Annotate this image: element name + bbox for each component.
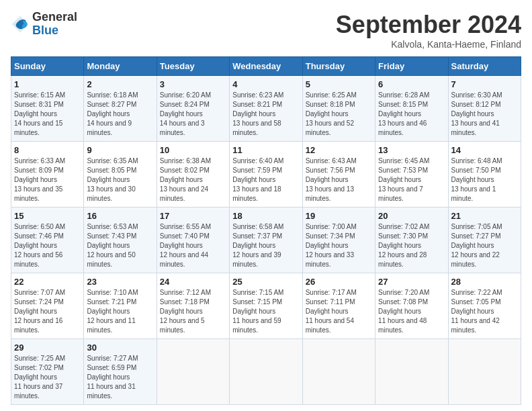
day-info: Sunrise: 6:20 AM Sunset: 8:24 PM Dayligh…: [160, 91, 226, 138]
day-info: Sunrise: 6:40 AM Sunset: 7:59 PM Dayligh…: [232, 156, 299, 203]
day-info: Sunrise: 7:00 AM Sunset: 7:34 PM Dayligh…: [306, 222, 372, 269]
day-number: 21: [451, 211, 518, 221]
table-row: 23 Sunrise: 7:10 AM Sunset: 7:21 PM Dayl…: [84, 273, 157, 339]
table-row: [375, 339, 448, 405]
day-info: Sunrise: 7:07 AM Sunset: 7:24 PM Dayligh…: [14, 288, 81, 335]
table-row: 18 Sunrise: 6:58 AM Sunset: 7:37 PM Dayl…: [230, 208, 302, 273]
table-row: 19 Sunrise: 7:00 AM Sunset: 7:34 PM Dayl…: [302, 208, 375, 273]
day-number: 6: [378, 79, 445, 89]
table-row: 20 Sunrise: 7:02 AM Sunset: 7:30 PM Dayl…: [375, 208, 448, 273]
day-number: 18: [232, 211, 299, 221]
page-header: General Blue September 2024 Kalvola, Kan…: [11, 11, 521, 50]
calendar-week-row: 22 Sunrise: 7:07 AM Sunset: 7:24 PM Dayl…: [11, 273, 521, 339]
table-row: 6 Sunrise: 6:28 AM Sunset: 8:15 PM Dayli…: [375, 76, 448, 142]
day-info: Sunrise: 7:25 AM Sunset: 7:02 PM Dayligh…: [14, 354, 81, 401]
day-info: Sunrise: 6:35 AM Sunset: 8:05 PM Dayligh…: [87, 156, 153, 203]
day-info: Sunrise: 6:28 AM Sunset: 8:15 PM Dayligh…: [378, 91, 445, 138]
table-row: 16 Sunrise: 6:53 AM Sunset: 7:43 PM Dayl…: [84, 208, 157, 273]
day-info: Sunrise: 6:48 AM Sunset: 7:50 PM Dayligh…: [451, 156, 518, 203]
logo-blue-text: Blue: [32, 24, 77, 38]
day-number: 2: [87, 79, 153, 89]
day-number: 8: [14, 145, 81, 155]
calendar-week-row: 15 Sunrise: 6:50 AM Sunset: 7:46 PM Dayl…: [11, 208, 521, 273]
day-info: Sunrise: 6:38 AM Sunset: 8:02 PM Dayligh…: [160, 156, 226, 203]
table-row: [230, 339, 302, 405]
day-info: Sunrise: 7:27 AM Sunset: 6:59 PM Dayligh…: [87, 354, 153, 401]
day-number: 30: [87, 342, 153, 353]
table-row: 1 Sunrise: 6:15 AM Sunset: 8:31 PM Dayli…: [11, 76, 84, 142]
day-info: Sunrise: 6:50 AM Sunset: 7:46 PM Dayligh…: [14, 222, 81, 269]
day-info: Sunrise: 7:05 AM Sunset: 7:27 PM Dayligh…: [451, 222, 518, 269]
day-number: 19: [306, 211, 372, 221]
col-wednesday: Wednesday: [230, 57, 302, 76]
day-number: 15: [14, 211, 81, 221]
table-row: [157, 339, 229, 405]
day-number: 5: [306, 79, 372, 89]
day-number: 28: [451, 277, 518, 287]
day-number: 10: [160, 145, 226, 155]
table-row: 8 Sunrise: 6:33 AM Sunset: 8:09 PM Dayli…: [11, 142, 84, 208]
logo-icon: [11, 15, 30, 34]
day-info: Sunrise: 7:02 AM Sunset: 7:30 PM Dayligh…: [378, 222, 445, 269]
col-sunday: Sunday: [11, 57, 84, 76]
table-row: 13 Sunrise: 6:45 AM Sunset: 7:53 PM Dayl…: [375, 142, 448, 208]
table-row: 21 Sunrise: 7:05 AM Sunset: 7:27 PM Dayl…: [448, 208, 521, 273]
day-info: Sunrise: 7:20 AM Sunset: 7:08 PM Dayligh…: [378, 288, 445, 335]
day-info: Sunrise: 6:43 AM Sunset: 7:56 PM Dayligh…: [306, 156, 372, 203]
day-number: 24: [160, 277, 226, 287]
calendar-header-row: Sunday Monday Tuesday Wednesday Thursday…: [11, 57, 521, 76]
col-tuesday: Tuesday: [157, 57, 229, 76]
day-info: Sunrise: 6:30 AM Sunset: 8:12 PM Dayligh…: [451, 91, 518, 138]
day-info: Sunrise: 7:22 AM Sunset: 7:05 PM Dayligh…: [451, 288, 518, 335]
table-row: 22 Sunrise: 7:07 AM Sunset: 7:24 PM Dayl…: [11, 273, 84, 339]
table-row: 9 Sunrise: 6:35 AM Sunset: 8:05 PM Dayli…: [84, 142, 157, 208]
day-info: Sunrise: 7:12 AM Sunset: 7:18 PM Dayligh…: [160, 288, 226, 335]
table-row: 5 Sunrise: 6:25 AM Sunset: 8:18 PM Dayli…: [302, 76, 375, 142]
day-info: Sunrise: 6:18 AM Sunset: 8:27 PM Dayligh…: [87, 91, 153, 138]
day-number: 20: [378, 211, 445, 221]
day-info: Sunrise: 6:45 AM Sunset: 7:53 PM Dayligh…: [378, 156, 445, 203]
logo-text: General Blue: [32, 11, 77, 38]
table-row: 2 Sunrise: 6:18 AM Sunset: 8:27 PM Dayli…: [84, 76, 157, 142]
table-row: 3 Sunrise: 6:20 AM Sunset: 8:24 PM Dayli…: [157, 76, 229, 142]
table-row: 17 Sunrise: 6:55 AM Sunset: 7:40 PM Dayl…: [157, 208, 229, 273]
day-number: 17: [160, 211, 226, 221]
day-number: 13: [378, 145, 445, 155]
table-row: 4 Sunrise: 6:23 AM Sunset: 8:21 PM Dayli…: [230, 76, 302, 142]
day-number: 1: [14, 79, 81, 89]
table-row: 10 Sunrise: 6:38 AM Sunset: 8:02 PM Dayl…: [157, 142, 229, 208]
day-info: Sunrise: 6:25 AM Sunset: 8:18 PM Dayligh…: [306, 91, 372, 138]
day-number: 4: [232, 79, 299, 89]
table-row: 25 Sunrise: 7:15 AM Sunset: 7:15 PM Dayl…: [230, 273, 302, 339]
day-number: 25: [232, 277, 299, 287]
calendar-week-row: 29 Sunrise: 7:25 AM Sunset: 7:02 PM Dayl…: [11, 339, 521, 405]
calendar-week-row: 1 Sunrise: 6:15 AM Sunset: 8:31 PM Dayli…: [11, 76, 521, 142]
calendar-week-row: 8 Sunrise: 6:33 AM Sunset: 8:09 PM Dayli…: [11, 142, 521, 208]
col-monday: Monday: [84, 57, 157, 76]
table-row: [302, 339, 375, 405]
table-row: 29 Sunrise: 7:25 AM Sunset: 7:02 PM Dayl…: [11, 339, 84, 405]
location-subtitle: Kalvola, Kanta-Haeme, Finland: [336, 39, 521, 50]
table-row: 27 Sunrise: 7:20 AM Sunset: 7:08 PM Dayl…: [375, 273, 448, 339]
month-title: September 2024: [336, 11, 521, 39]
day-number: 12: [306, 145, 372, 155]
table-row: 26 Sunrise: 7:17 AM Sunset: 7:11 PM Dayl…: [302, 273, 375, 339]
calendar-table: Sunday Monday Tuesday Wednesday Thursday…: [11, 56, 521, 405]
day-number: 22: [14, 277, 81, 287]
day-number: 26: [306, 277, 372, 287]
day-number: 3: [160, 79, 226, 89]
table-row: 30 Sunrise: 7:27 AM Sunset: 6:59 PM Dayl…: [84, 339, 157, 405]
table-row: 14 Sunrise: 6:48 AM Sunset: 7:50 PM Dayl…: [448, 142, 521, 208]
day-info: Sunrise: 7:17 AM Sunset: 7:11 PM Dayligh…: [306, 288, 372, 335]
day-number: 29: [14, 342, 81, 353]
logo-general-text: General: [32, 11, 77, 24]
col-friday: Friday: [375, 57, 448, 76]
table-row: 24 Sunrise: 7:12 AM Sunset: 7:18 PM Dayl…: [157, 273, 229, 339]
day-number: 23: [87, 277, 153, 287]
col-saturday: Saturday: [448, 57, 521, 76]
logo: General Blue: [11, 11, 77, 38]
day-info: Sunrise: 6:23 AM Sunset: 8:21 PM Dayligh…: [232, 91, 299, 138]
table-row: 11 Sunrise: 6:40 AM Sunset: 7:59 PM Dayl…: [230, 142, 302, 208]
table-row: [448, 339, 521, 405]
day-info: Sunrise: 7:15 AM Sunset: 7:15 PM Dayligh…: [232, 288, 299, 335]
